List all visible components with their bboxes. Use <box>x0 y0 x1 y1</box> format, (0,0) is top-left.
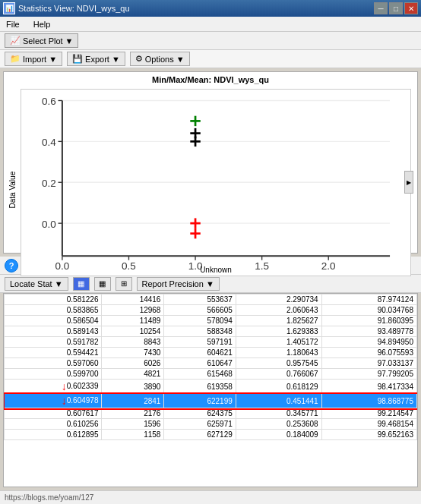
options-chevron: ▼ <box>176 55 185 64</box>
red-down-arrow-icon: ↓ <box>62 380 67 392</box>
main-content: 📁 Import ▼ 💾 Export ▼ ⚙ Options ▼ Min/Ma… <box>0 50 421 504</box>
chart-scroll-right[interactable]: ▶ <box>404 171 413 194</box>
chart-svg: 0.6 0.4 0.2 0.0 0.0 0.5 1.0 1.5 2.0 <box>21 90 410 276</box>
chart-container: Min/Max/Mean: NDVI_wys_qu Data Value 0.6 <box>3 71 418 254</box>
data-table-container[interactable]: 0.581226144165536372.29073487.9741240.58… <box>3 293 418 487</box>
chart-small-icon: 📈 <box>10 36 21 46</box>
y-axis-label: Data Value <box>4 86 21 295</box>
toolbar: 📁 Import ▼ 💾 Export ▼ ⚙ Options ▼ <box>0 50 421 68</box>
table-row[interactable]: ↓0.60233938906193580.61812998.417334 <box>5 380 417 394</box>
select-plot-bar: 📈 Select Plot ▼ <box>0 32 421 50</box>
import-icon: 📁 <box>10 54 21 64</box>
file-menu[interactable]: File <box>3 18 23 30</box>
export-chevron: ▼ <box>112 55 120 64</box>
select-plot-button[interactable]: 📈 Select Plot ▼ <box>5 33 78 48</box>
data-table: 0.581226144165536372.29073487.9741240.58… <box>4 294 417 440</box>
table-row[interactable]: ↓0.60497828416221990.45144198.868775 <box>5 394 417 408</box>
table-row[interactable]: 0.583865129685666052.06064390.034768 <box>5 305 417 316</box>
window-title: Statistics View: NDVI_wys_qu <box>18 4 130 13</box>
red-down-arrow-icon: ↓ <box>62 395 67 407</box>
svg-text:0.0: 0.0 <box>42 219 56 230</box>
app-icon: 📊 <box>3 2 15 14</box>
table-row[interactable]: 0.60761721766243750.34577199.214547 <box>5 408 417 419</box>
window-controls: ─ □ ✕ <box>374 2 418 14</box>
import-button[interactable]: 📁 Import ▼ <box>5 52 62 66</box>
close-button[interactable]: ✕ <box>404 2 418 14</box>
title-bar: 📊 Statistics View: NDVI_wys_qu ─ □ ✕ <box>0 0 421 17</box>
chart-inner: Data Value 0.6 0.4 0.2 0.0 <box>4 86 417 295</box>
minimize-button[interactable]: ─ <box>374 2 388 14</box>
select-plot-label: Select Plot <box>23 36 63 46</box>
table-row[interactable]: 0.59706060266106470.95754597.033137 <box>5 358 417 369</box>
help-menu[interactable]: Help <box>30 18 54 30</box>
x-axis-unknown-label: Unknown <box>21 266 410 274</box>
table-row[interactable]: 0.59442174306046211.18064396.075593 <box>5 348 417 358</box>
menu-bar: File Help <box>0 17 421 32</box>
chart-title: Min/Max/Mean: NDVI_wys_qu <box>4 72 417 86</box>
select-plot-chevron: ▼ <box>65 36 74 46</box>
options-button[interactable]: ⚙ Options ▼ <box>130 52 190 66</box>
svg-text:0.4: 0.4 <box>42 137 56 148</box>
table-row[interactable]: 0.581226144165536372.29073487.974124 <box>5 295 417 305</box>
import-chevron: ▼ <box>49 55 57 64</box>
table-row[interactable]: 0.59178288435971911.40517294.894950 <box>5 337 417 348</box>
maximize-button[interactable]: □ <box>389 2 403 14</box>
table-row[interactable]: 0.589143102545883481.62938393.489778 <box>5 326 417 337</box>
svg-text:0.2: 0.2 <box>42 178 56 189</box>
table-row[interactable]: 0.586504114895780941.82562791.860395 <box>5 316 417 326</box>
svg-text:0.6: 0.6 <box>42 96 56 107</box>
status-bar: https://blogs.me/yoam/127 <box>0 490 421 504</box>
export-button[interactable]: 💾 Export ▼ <box>67 52 125 66</box>
chart-plot-area[interactable]: 0.6 0.4 0.2 0.0 0.0 0.5 1.0 1.5 2.0 <box>21 89 411 276</box>
status-url: https://blogs.me/yoam/127 <box>5 493 93 502</box>
table-row[interactable]: 0.59970048216154680.76606797.799205 <box>5 369 417 380</box>
options-icon: ⚙ <box>135 54 143 64</box>
table-row[interactable]: 0.61025615966259710.25360899.468154 <box>5 419 417 430</box>
table-row[interactable]: 0.61289511586271290.18400999.652163 <box>5 430 417 440</box>
export-icon: 💾 <box>72 54 83 64</box>
